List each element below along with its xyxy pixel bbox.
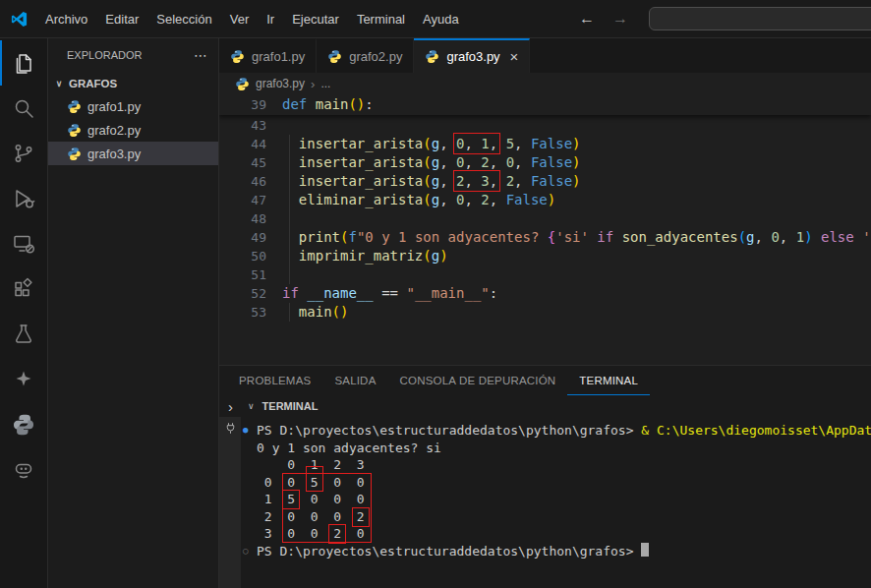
terminal-chevron-icon[interactable]: ∨ <box>248 401 255 411</box>
menu-item-ir[interactable]: Ir <box>258 8 283 30</box>
code-token <box>282 173 299 189</box>
code-content <box>266 116 282 135</box>
code-line-48[interactable]: 48 <box>219 209 871 228</box>
code-line-46[interactable]: 46 insertar_arista(g, 2, 3, 2, False) <box>219 172 871 191</box>
breadcrumb-file[interactable]: grafo3.py <box>256 77 305 90</box>
activity-item-source-control[interactable] <box>0 131 47 176</box>
code-line-52[interactable]: 52if __name__ == "__main__": <box>219 284 871 303</box>
terminal-line-gutter <box>241 525 257 543</box>
breadcrumb-symbol[interactable]: ... <box>320 77 330 90</box>
file-row-grafo1-py[interactable]: grafo1.py <box>48 94 218 118</box>
close-icon[interactable]: × <box>510 49 519 64</box>
terminal-line-gutter <box>241 474 257 492</box>
terminal-line: ○PS D:\proyectos\estructuraddedatos\pyth… <box>241 543 871 560</box>
code-content: def main(): <box>266 94 374 115</box>
terminal-content[interactable]: ●PS D:\proyectos\estructuraddedatos\pyth… <box>241 417 871 588</box>
code-content: if __name__ == "__main__": <box>266 284 497 303</box>
activity-item-search[interactable] <box>0 86 47 131</box>
line-number: 43 <box>219 116 266 135</box>
explorer-icon <box>12 51 35 75</box>
folder-section-grafos[interactable]: ∨ GRAFOS <box>48 72 218 94</box>
activity-item-run-debug[interactable] <box>0 176 47 221</box>
explorer-sidebar: EXPLORADOR ⋯ ∨ GRAFOS grafo1.pygrafo2.py… <box>48 38 219 588</box>
code-token <box>282 136 299 151</box>
code-token: , <box>439 136 456 151</box>
code-token: , <box>439 173 456 189</box>
activity-item-explorer[interactable] <box>0 40 47 86</box>
menu-item-ayuda[interactable]: Ayuda <box>414 8 468 30</box>
code-line-51[interactable]: 51 <box>219 265 871 284</box>
code-token: 2 <box>481 154 489 170</box>
code-token: == <box>374 285 407 301</box>
source-control-icon <box>12 142 35 165</box>
panel-tab-terminal[interactable]: TERMINAL <box>567 366 650 395</box>
menu-item-ejecutar[interactable]: Ejecutar <box>283 8 348 30</box>
code-content: eliminar_arista(g, 0, 2, False) <box>266 191 555 209</box>
file-row-grafo2-py[interactable]: grafo2.py <box>48 118 218 142</box>
code-line-43[interactable]: 43 <box>219 116 871 135</box>
code-token: main <box>316 96 349 112</box>
code-content <box>266 209 282 228</box>
code-token: ) <box>572 136 580 151</box>
panel-tab-salida[interactable]: SALIDA <box>322 366 387 395</box>
command-center-search-box[interactable] <box>649 7 871 30</box>
file-name: grafo1.py <box>87 99 141 114</box>
code-token: , <box>490 154 506 170</box>
code-token: insertar_arista <box>299 136 423 151</box>
code-content: insertar_arista(g, 0, 2, 0, False) <box>266 153 581 172</box>
menu-item-ver[interactable]: Ver <box>221 8 259 30</box>
code-line-53[interactable]: 53 main() <box>219 303 871 322</box>
terminal-section-header: › ∨ TERMINAL <box>219 395 871 417</box>
code-token: 2 <box>481 192 489 207</box>
code-content: insertar_arista(g, 0, 1, 5, False) <box>266 135 581 153</box>
menu-item-selección[interactable]: Selección <box>147 8 220 30</box>
code-line-49[interactable]: 49 print(f"0 y 1 son adyacentes? {'si' i… <box>219 228 871 247</box>
code-token: , <box>514 154 531 170</box>
tab-label: grafo1.py <box>252 49 305 64</box>
code-editor[interactable]: 39def main():4344 insertar_arista(g, 0, … <box>219 94 871 365</box>
code-token: , <box>439 154 456 170</box>
code-line-47[interactable]: 47 eliminar_arista(g, 0, 2, False) <box>219 191 871 209</box>
panel-tab-consola-de-depuración[interactable]: CONSOLA DE DEPURACIÓN <box>388 366 568 395</box>
python-file-icon <box>67 99 82 114</box>
panel-expand-icon[interactable]: › <box>219 398 233 415</box>
chevron-down-icon: ∨ <box>52 79 66 88</box>
menu-item-terminal[interactable]: Terminal <box>348 8 414 30</box>
terminal-line: 3 0 0 2 0 <box>241 525 871 543</box>
code-token: ( <box>423 136 431 151</box>
panel-tab-problemas[interactable]: PROBLEMAS <box>227 366 322 395</box>
code-token <box>497 136 505 151</box>
file-row-grafo3-py[interactable]: grafo3.py <box>48 142 218 165</box>
activity-item-copilot[interactable] <box>0 447 47 493</box>
forward-icon[interactable]: → <box>604 10 637 28</box>
code-token: "0 y 1 son adyacentes? <box>357 229 548 245</box>
python-file-icon <box>425 49 439 64</box>
code-token: f <box>348 229 356 245</box>
code-line-44[interactable]: 44 insertar_arista(g, 0, 1, 5, False) <box>219 135 871 153</box>
code-token: , <box>490 192 506 207</box>
menubar: ArchivoEditarSelecciónVerIrEjecutarTermi… <box>36 8 468 30</box>
more-actions-icon[interactable]: ⋯ <box>194 47 208 63</box>
activity-item-testing[interactable] <box>0 312 47 357</box>
sticky-scroll-line[interactable]: 39def main(): <box>219 94 871 115</box>
menu-item-editar[interactable]: Editar <box>96 8 147 30</box>
back-icon[interactable]: ← <box>570 10 604 28</box>
code-line-45[interactable]: 45 insertar_arista(g, 0, 2, 0, False) <box>219 153 871 172</box>
activity-item-remote-explorer[interactable] <box>0 221 47 266</box>
activity-bar <box>0 38 48 588</box>
tab-grafo3-py[interactable]: grafo3.py× <box>414 38 530 73</box>
terminal-text: 0 0 5 0 0 <box>257 474 365 492</box>
activity-item-sparkle[interactable] <box>0 357 47 402</box>
activity-item-python[interactable] <box>0 402 47 447</box>
activity-item-extensions[interactable] <box>0 266 47 312</box>
menu-item-archivo[interactable]: Archivo <box>36 8 96 30</box>
code-token: insertar_arista <box>299 173 423 189</box>
code-line-50[interactable]: 50 imprimir_matriz(g) <box>219 247 871 265</box>
terminal-line: 2 0 0 0 2 <box>241 508 871 526</box>
tab-grafo1-py[interactable]: grafo1.py <box>219 38 317 73</box>
code-content: main() <box>266 303 348 322</box>
code-token: insertar_arista <box>299 154 423 170</box>
code-token: , <box>464 136 481 151</box>
code-token: print <box>299 229 340 245</box>
tab-grafo2-py[interactable]: grafo2.py <box>317 38 414 73</box>
